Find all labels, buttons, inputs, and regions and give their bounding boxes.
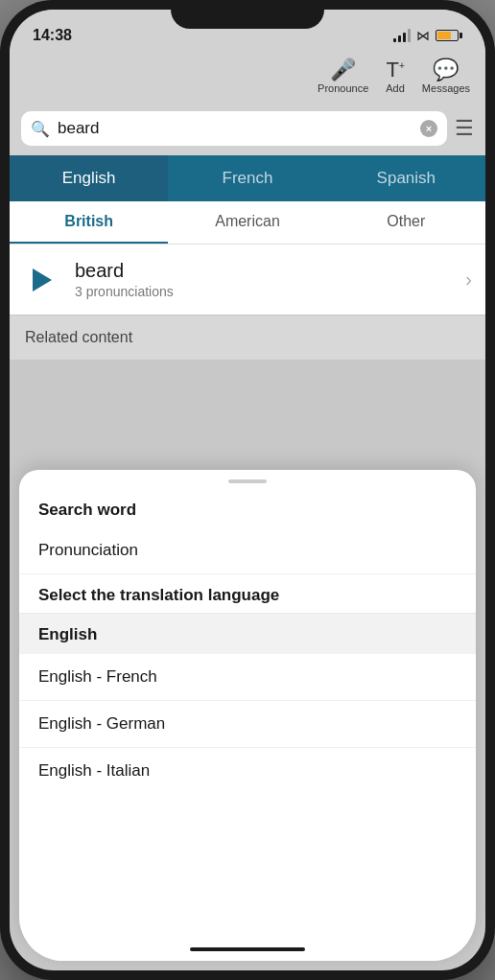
search-bar: 🔍 beard × ☰ [10,105,485,155]
home-bar [190,947,305,951]
lang-tab-english[interactable]: English [10,155,168,201]
sub-tab-other[interactable]: Other [327,201,485,244]
add-icon: T+ [386,59,404,81]
play-button[interactable] [23,261,61,299]
search-input[interactable]: beard [58,119,412,138]
sheet-content: Search word Pronunciation Select the tra… [19,489,476,942]
sub-tab-british[interactable]: British [10,201,168,244]
sheet-handle[interactable] [19,470,476,489]
wifi-icon: ⋈ [416,28,430,43]
signal-icon [393,29,411,42]
language-tabs: English French Spanish [10,155,485,201]
search-input-wrap[interactable]: 🔍 beard × [21,111,447,146]
word-entry[interactable]: beard 3 pronunciations › [10,245,485,315]
translation-header: Select the translation language [19,574,476,613]
messages-button[interactable]: 💬 Messages [422,59,470,94]
search-clear-button[interactable]: × [420,120,437,137]
play-icon [33,268,52,292]
messages-label: Messages [422,82,470,94]
bottom-sheet: Search word Pronunciation Select the tra… [19,470,476,961]
lang-tab-french[interactable]: French [168,155,326,201]
sub-tabs: British American Other [10,201,485,245]
search-icon: 🔍 [31,120,50,138]
status-time: 14:38 [33,27,72,44]
lang-tab-spanish[interactable]: Spanish [327,155,485,201]
sub-tab-american[interactable]: American [168,201,326,244]
pronounce-label: Pronounce [318,82,368,94]
english-german-item[interactable]: English - German [19,701,476,748]
related-content[interactable]: Related content [10,315,485,360]
word-info: beard 3 pronunciations [75,260,452,299]
english-french-item[interactable]: English - French [19,654,476,701]
english-italian-item[interactable]: English - Italian [19,748,476,794]
search-word-header: Search word [19,489,476,527]
related-content-label: Related content [25,329,132,345]
word-title: beard [75,260,452,282]
status-icons: ⋈ [393,28,462,43]
battery-icon [436,30,462,41]
filter-icon[interactable]: ☰ [455,116,474,141]
english-group-header: English [19,613,476,654]
messages-icon: 💬 [433,59,459,81]
toolbar: 🎤 Pronounce T+ Add 💬 Messages [10,56,485,105]
word-pronunciations: 3 pronunciations [75,284,452,299]
home-indicator [19,942,476,961]
add-label: Add [386,82,405,94]
chevron-right-icon: › [465,268,472,291]
pronounce-button[interactable]: 🎤 Pronounce [318,59,368,94]
pronunciation-item[interactable]: Pronunciation [19,527,476,574]
add-button[interactable]: T+ Add [386,59,405,94]
microphone-icon: 🎤 [330,59,356,81]
handle-bar [228,479,267,483]
